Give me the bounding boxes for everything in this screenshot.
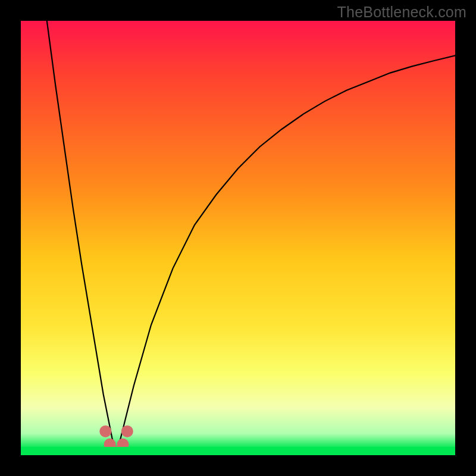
chart-svg [21,21,455,455]
plot-area [21,21,455,455]
gradient-background [21,21,455,455]
green-baseline-band [21,447,455,455]
chart-frame: TheBottleneck.com [0,0,476,476]
valley-marker [99,425,111,437]
valley-marker [121,425,133,437]
watermark-text: TheBottleneck.com [337,4,466,21]
